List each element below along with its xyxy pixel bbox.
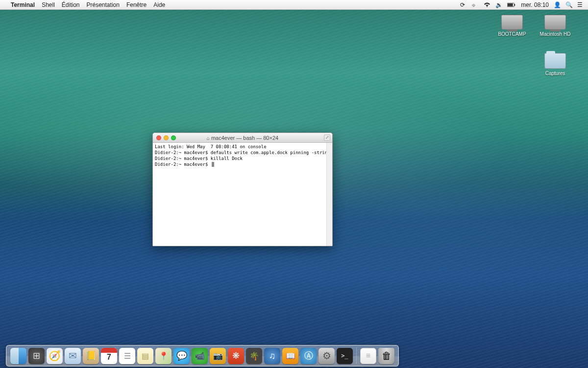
dock-launchpad[interactable] <box>28 348 45 364</box>
dock-itunes[interactable] <box>264 348 280 364</box>
wifi-icon[interactable] <box>484 1 490 8</box>
dock-photobooth[interactable] <box>210 348 226 364</box>
dock-separator <box>356 347 357 364</box>
app-menu[interactable]: Terminal <box>11 1 35 8</box>
icon-label: Macintosh HD <box>538 31 572 37</box>
dock-reeder[interactable] <box>228 348 244 364</box>
menu-edit[interactable]: Édition <box>62 1 80 8</box>
terminal-content[interactable]: Last login: Wed May 7 08:08:41 on consol… <box>153 143 332 246</box>
disk-bootcamp[interactable]: BOOTCAMP <box>495 15 529 37</box>
menu-help[interactable]: Aide <box>153 1 165 8</box>
fullscreen-button[interactable]: ⤢ <box>324 134 330 141</box>
disk-icon <box>544 15 566 29</box>
sync-icon[interactable]: ⟳ <box>460 1 467 8</box>
dock-reminders[interactable] <box>119 348 135 364</box>
svg-rect-1 <box>514 4 515 6</box>
dock-appstore[interactable] <box>300 348 317 364</box>
dock-notes[interactable] <box>137 348 153 364</box>
menu-shell[interactable]: Shell <box>42 1 55 8</box>
user-icon[interactable]: 👤 <box>554 1 561 8</box>
menu-window[interactable]: Fenêtre <box>126 1 147 8</box>
scrollbar[interactable] <box>326 143 332 246</box>
home-icon: ⌂ <box>207 135 210 141</box>
dock-contacts[interactable] <box>83 348 99 364</box>
terminal-line: Didier-2:~ mac4ever$ killall Dock <box>155 156 243 161</box>
window-title: ⌂mac4ever — bash — 80×24 <box>153 135 332 141</box>
terminal-line: Didier-2:~ mac4ever$ defaults write com.… <box>155 150 332 155</box>
notification-center-icon[interactable]: ☰ <box>577 1 584 8</box>
window-titlebar[interactable]: ⌂mac4ever — bash — 80×24 ⤢ <box>153 133 332 143</box>
battery-icon[interactable] <box>507 1 516 8</box>
minimize-button[interactable] <box>164 135 169 140</box>
dock-ibooks[interactable] <box>282 348 298 364</box>
svg-rect-2 <box>508 3 513 6</box>
menu-bar: Terminal Shell Édition Présentation Fenê… <box>0 0 588 10</box>
zoom-button[interactable] <box>171 135 176 140</box>
dock-mail[interactable] <box>65 348 81 364</box>
dock-document[interactable] <box>360 348 376 364</box>
disk-icon <box>501 15 523 29</box>
terminal-line: Last login: Wed May 7 08:08:41 on consol… <box>155 144 267 149</box>
dock-maps[interactable] <box>155 348 172 364</box>
bluetooth-icon[interactable]: ⟐ <box>472 1 479 8</box>
menu-view[interactable]: Présentation <box>87 1 120 8</box>
dock-system-preferences[interactable] <box>318 348 335 364</box>
close-button[interactable] <box>156 135 161 140</box>
icon-label: BOOTCAMP <box>495 31 529 37</box>
cursor <box>212 162 214 167</box>
dock-safari[interactable] <box>47 348 63 364</box>
folder-icon <box>544 53 566 69</box>
dock <box>6 345 399 367</box>
disk-macintosh-hd[interactable]: Macintosh HD <box>538 15 572 37</box>
dock-facetime[interactable] <box>192 348 208 364</box>
dock-trash[interactable] <box>378 348 394 364</box>
clock[interactable]: mer. 08:10 <box>521 1 549 8</box>
terminal-window[interactable]: ⌂mac4ever — bash — 80×24 ⤢ Last login: W… <box>152 132 333 246</box>
dock-calendar[interactable] <box>101 348 117 364</box>
folder-captures[interactable]: Captures <box>538 53 572 76</box>
dock-messages[interactable] <box>173 348 190 364</box>
dock-terminal[interactable] <box>337 348 353 364</box>
terminal-prompt: Didier-2:~ mac4ever$ <box>155 162 211 167</box>
dock-finder[interactable] <box>10 348 26 364</box>
spotlight-icon[interactable]: 🔍 <box>565 1 572 8</box>
dock-iphoto[interactable] <box>246 348 262 364</box>
volume-icon[interactable]: 🔉 <box>495 1 502 8</box>
icon-label: Captures <box>538 71 572 76</box>
